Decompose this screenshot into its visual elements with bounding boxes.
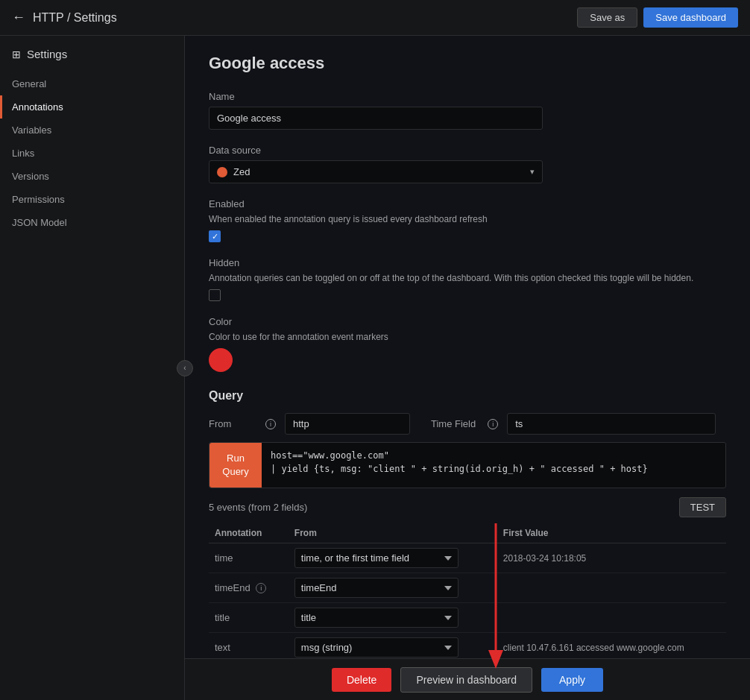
sidebar-item-versions[interactable]: Versions [0, 165, 184, 188]
topbar: ← HTTP / Settings Save as Save dashboard [0, 0, 750, 36]
table-row: title title [209, 603, 726, 633]
datasource-icon [217, 167, 227, 177]
delete-button[interactable]: Delete [332, 668, 391, 692]
datasource-select[interactable]: Zed ▾ [209, 160, 543, 183]
time-from-select[interactable]: time, or the first time field [294, 548, 458, 568]
topbar-title: HTTP / Settings [33, 11, 117, 25]
annotation-name: time [209, 543, 289, 573]
color-section: Color Color to use for the annotation ev… [209, 316, 726, 374]
preview-button[interactable]: Preview in dashboard [400, 667, 532, 693]
sidebar-item-json-model[interactable]: JSON Model [0, 211, 184, 234]
sidebar-item-links[interactable]: Links [0, 142, 184, 165]
sidebar-collapse-button[interactable]: ‹ [177, 360, 193, 376]
table-row: time time, or the first time field 2018-… [209, 543, 726, 573]
text-from-select[interactable]: msg (string) [294, 637, 458, 658]
title-from-select[interactable]: title [294, 608, 458, 628]
first-value-cell [497, 573, 726, 603]
first-value-cell: 2018-03-24 10:18:05 [497, 543, 726, 573]
time-field-label: Time Field [431, 418, 476, 429]
grid-icon: ⊞ [12, 48, 21, 60]
query-section-title: Query [209, 389, 726, 403]
time-field-input[interactable] [507, 413, 716, 435]
datasource-label: Data source [209, 145, 726, 156]
results-count: 5 events (from 2 fields) [209, 502, 307, 513]
color-desc: Color to use for the annotation event ma… [209, 332, 726, 342]
from-cell: title [289, 603, 497, 633]
test-button[interactable]: TEST [679, 497, 726, 517]
layout: ⊞ Settings General Annotations Variables… [0, 36, 750, 700]
apply-button[interactable]: Apply [541, 668, 603, 692]
color-swatch-button[interactable] [209, 348, 233, 372]
code-editor[interactable]: host=="www.google.com" | yield {ts, msg:… [262, 443, 725, 488]
hidden-section: Hidden Annotation queries can be toggled… [209, 257, 726, 301]
enabled-checkbox[interactable] [209, 230, 221, 242]
datasource-value: Zed [233, 166, 250, 177]
hidden-label: Hidden [209, 257, 726, 268]
code-line2: | yield {ts, msg: "client " + string(id.… [271, 462, 716, 476]
color-label: Color [209, 316, 726, 327]
page-title: Google access [209, 54, 726, 73]
sidebar-title: Settings [27, 48, 67, 60]
from-cell: time, or the first time field [289, 543, 497, 573]
col-from: From [289, 523, 497, 543]
chevron-left-icon: ‹ [183, 364, 186, 372]
name-section: Name [209, 91, 726, 130]
sidebar: ⊞ Settings General Annotations Variables… [0, 36, 185, 700]
enabled-desc: When enabled the annotation query is iss… [209, 214, 726, 224]
sidebar-item-general[interactable]: General [0, 72, 184, 95]
sidebar-item-annotations[interactable]: Annotations [0, 95, 184, 119]
from-info-icon[interactable]: i [265, 419, 276, 429]
timeend-info-icon[interactable]: i [256, 583, 266, 593]
table-row: timeEnd i timeEnd [209, 573, 726, 603]
sidebar-header: ⊞ Settings [0, 48, 184, 72]
name-input[interactable] [209, 107, 543, 130]
topbar-left: ← HTTP / Settings [12, 10, 117, 25]
footer-bar: Delete Preview in dashboard Apply [185, 658, 750, 700]
chevron-down-icon: ▾ [530, 167, 535, 177]
hidden-checkbox[interactable] [209, 289, 221, 301]
save-dashboard-button[interactable]: Save dashboard [643, 7, 738, 28]
datasource-section: Data source Zed ▾ [209, 145, 726, 183]
topbar-right: Save as Save dashboard [577, 7, 738, 28]
from-input[interactable] [285, 413, 410, 435]
col-annotation: Annotation [209, 523, 289, 543]
time-field-info-icon[interactable]: i [488, 419, 498, 429]
hidden-desc: Annotation queries can be toggled on or … [209, 273, 726, 283]
run-query-container: RunQuery host=="www.google.com" | yield … [209, 442, 726, 488]
from-timefield-row: From i Time Field i [209, 413, 726, 435]
timeend-from-select[interactable]: timeEnd [294, 578, 458, 598]
name-label: Name [209, 91, 726, 102]
save-as-button[interactable]: Save as [577, 7, 637, 28]
col-first-value: First Value [497, 523, 726, 543]
datasource-left: Zed [217, 166, 250, 177]
from-cell: timeEnd [289, 573, 497, 603]
run-query-button[interactable]: RunQuery [209, 443, 262, 488]
enabled-label: Enabled [209, 198, 726, 209]
main-content: Google access Name Data source Zed ▾ Ena… [185, 36, 750, 700]
code-line1: host=="www.google.com" [271, 449, 716, 462]
results-header: 5 events (from 2 fields) TEST [209, 497, 726, 517]
back-arrow-icon[interactable]: ← [12, 10, 25, 25]
annotation-name: title [209, 603, 289, 633]
from-label: From [209, 418, 253, 429]
enabled-section: Enabled When enabled the annotation quer… [209, 198, 726, 242]
sidebar-item-permissions[interactable]: Permissions [0, 188, 184, 211]
sidebar-item-variables[interactable]: Variables [0, 119, 184, 142]
first-value-cell [497, 603, 726, 633]
annotation-name: timeEnd i [209, 573, 289, 603]
